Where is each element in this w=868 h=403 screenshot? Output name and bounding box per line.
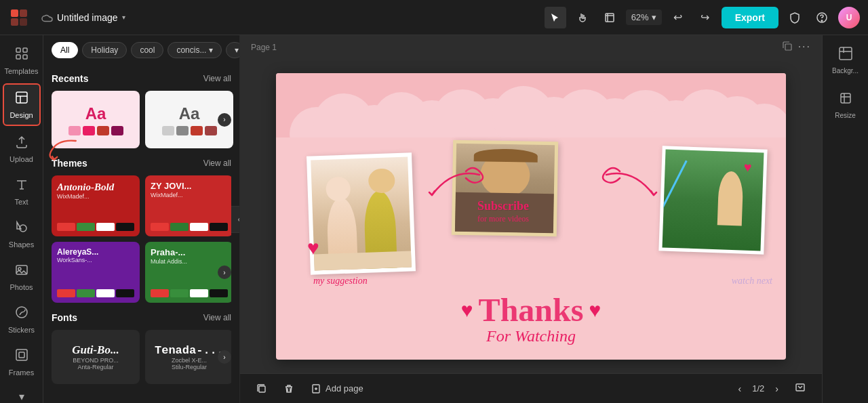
fonts-next-btn[interactable]: › [218,350,231,364]
right-panel: Backgr... Resize [822,35,868,403]
add-page-label: Add page [326,383,363,394]
theme-sub-5: Mulat Addis... [151,258,228,265]
theme-colors-1 [57,223,134,231]
undo-btn[interactable]: ↩ [667,7,689,28]
swatch [68,126,81,135]
filter-cool[interactable]: cool [131,42,163,58]
swatch [176,126,189,135]
add-page-icon [311,383,321,394]
svg-rect-17 [19,352,24,358]
filter-all[interactable]: All [52,42,78,58]
export-button[interactable]: Export [722,7,778,28]
svg-rect-10 [23,55,27,59]
themes-header: Themes View all [52,158,231,169]
svg-rect-2 [11,18,18,26]
canvas[interactable]: ♥ Subscribe for more videos ♥ my suggest… [276,73,786,360]
cloud-icon [41,12,53,24]
more-icon[interactable]: ··· [798,41,811,54]
svg-rect-4 [606,14,614,22]
frame-tool-btn[interactable] [599,7,620,28]
page-label: Page 1 [251,43,277,52]
expand-icon [795,382,806,393]
pagination: ‹ 1/2 › [733,379,811,398]
svg-rect-8 [23,48,27,52]
themes-view-all[interactable]: View all [203,158,231,168]
nav-item-shapes[interactable]: Shapes [3,214,41,254]
text-label: Text [14,198,28,206]
right-panel-background-btn[interactable]: Backgr... [828,41,863,80]
shapes-icon [14,219,29,238]
recents-view-all[interactable]: View all [203,74,231,83]
thanks-main: Thanks [479,294,584,326]
duplicate-icon[interactable] [782,41,793,54]
duplicate-page-btn[interactable] [251,378,273,400]
recent-font-2: Aa [179,104,200,123]
theme-swatch [151,223,169,231]
zoom-control[interactable]: 62% ▾ [626,9,662,25]
right-panel-resize-btn[interactable]: Resize [828,85,863,125]
bottom-left: Add page [251,378,369,400]
nav-item-stickers[interactable]: Stickers [3,299,41,339]
recents-grid: Aa Aa [52,91,231,148]
redo-btn[interactable]: ↪ [694,7,716,28]
theme-font-4: AlereyaS... [57,247,134,257]
theme-card-4[interactable]: AlereyaS... WorkSans-... [52,242,140,303]
heart-thanks-right: ♥ [589,299,601,322]
theme-card-1[interactable]: Antonio-Bold WixMadef... [52,175,140,236]
panel-scroll[interactable]: Recents View all Aa [43,64,239,403]
nav-item-design[interactable]: Design [3,83,41,126]
font-card-1[interactable]: Guti-Bo... BEYOND PRO...Anta-Regular [52,330,140,384]
cursor-tool-btn[interactable] [545,7,566,28]
theme-swatch [190,223,208,231]
next-page-btn[interactable]: › [770,381,784,397]
panel-collapse-btn[interactable]: ‹ [231,206,240,233]
prev-page-btn[interactable]: ‹ [733,381,747,397]
swatch [111,126,123,135]
theme-sub-4: WorkSans-... [57,257,134,263]
fonts-title: Fonts [52,312,77,323]
photo-right[interactable]: ♥ [658,146,767,254]
filter-more[interactable]: concis... ▾ [167,42,222,58]
nav-item-frames[interactable]: Frames [3,342,41,382]
page-counter: 1/2 [752,383,764,394]
recent-card-1[interactable]: Aa [52,91,140,148]
hand-tool-btn[interactable] [572,7,593,28]
upload-label: Upload [9,155,33,163]
theme-swatch [96,289,115,297]
title-dropdown-chevron[interactable]: ▾ [122,14,125,21]
app-logo[interactable] [8,7,30,28]
svg-rect-9 [16,55,20,59]
upload-icon [14,134,29,152]
nav-item-text[interactable]: Text [3,171,41,211]
shapes-label: Shapes [9,240,34,249]
theme-swatch [151,289,169,297]
nav-item-templates[interactable]: Templates [3,41,41,81]
expand-pages-btn[interactable] [789,379,811,398]
user-avatar[interactable]: U [838,7,860,28]
filter-dropdown[interactable]: ▾ [226,42,240,58]
shield-icon-btn[interactable] [784,7,806,28]
document-title-area[interactable]: Untitled image ▾ [41,12,125,24]
themes-next-btn[interactable]: › [218,266,231,279]
add-page-btn[interactable]: Add page [305,381,369,397]
document-title: Untitled image [57,12,118,23]
delete-page-btn[interactable] [278,378,300,400]
filter-holiday[interactable]: Holiday [82,42,127,58]
theme-card-2[interactable]: ZY JOVI... WixMadef... [145,175,231,236]
photo-left[interactable] [307,152,416,274]
theme-swatch [57,223,75,231]
nav-item-upload[interactable]: Upload [3,129,41,169]
nav-expand-btn[interactable]: ▾ [3,385,41,403]
svg-rect-3 [20,18,27,26]
background-label: Backgr... [832,67,859,75]
photos-icon [14,262,29,280]
label-right: watch next [732,276,772,287]
help-icon-btn[interactable] [811,7,833,28]
fonts-view-all[interactable]: View all [203,313,231,322]
thanks-section: ♥ Thanks ♥ For Watching [461,294,601,346]
nav-item-photos[interactable]: Photos [3,257,41,297]
theme-swatch [210,289,228,297]
recents-next-btn[interactable]: › [218,113,231,127]
theme-colors-2 [151,223,228,231]
templates-label: Templates [4,67,38,75]
